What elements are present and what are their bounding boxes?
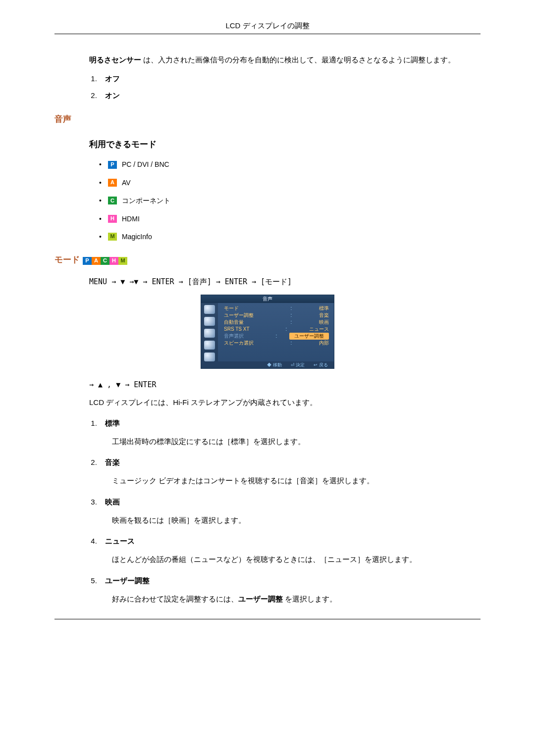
bullet-icon: • bbox=[99, 159, 103, 170]
badge-h-icon: H bbox=[109, 257, 118, 265]
bullet-icon: • bbox=[99, 177, 103, 188]
sensor-label: 明るさセンサー bbox=[89, 55, 141, 64]
bullet-icon: • bbox=[99, 195, 103, 206]
nav-sequence-1: MENU → ▼ →▼ → ENTER → [音声] → ENTER → [モー… bbox=[89, 276, 481, 288]
osd-row: 自動音量:映画 bbox=[222, 319, 331, 326]
mode-item: 標準工場出荷時の標準設定にするには［標準］を選択します。 bbox=[99, 417, 481, 448]
osd-row: スピーカ選択:内部 bbox=[222, 340, 331, 347]
mode-label: AV bbox=[122, 177, 131, 188]
section-audio-title: 音声 bbox=[54, 112, 481, 126]
mode-desc: 映画を観るには［映画］を選択します。 bbox=[112, 514, 481, 527]
osd-row-key: ユーザー調整 bbox=[224, 312, 264, 319]
mode-name: 映画 bbox=[105, 498, 120, 506]
osd-row-key: 音声選択 bbox=[224, 333, 264, 340]
osd-foot-move: ◆ 移動 bbox=[267, 361, 282, 368]
mode-name: 標準 bbox=[105, 419, 120, 427]
osd-menu: モード:標準ユーザー調整:音楽自動音量:映画SRS TS XT:ニュース音声選択… bbox=[218, 303, 334, 361]
mode-row: •HHDMI bbox=[99, 213, 481, 224]
page-title: LCD ディスプレイの調整 bbox=[54, 20, 481, 32]
osd-row-sep: : bbox=[284, 326, 289, 333]
badge-h-icon: H bbox=[108, 215, 117, 223]
osd-row-sep: : bbox=[289, 340, 294, 347]
osd-row-val: 内部 bbox=[319, 340, 329, 347]
osd-row: ユーザー調整:音楽 bbox=[222, 312, 331, 319]
osd-row-key: SRS TS XT bbox=[224, 326, 264, 333]
modes-list: 標準工場出荷時の標準設定にするには［標準］を選択します。音楽ミュージック ビデオ… bbox=[99, 417, 481, 605]
mode-item: ニュースほとんどが会話の番組（ニュースなど）を視聴するときには、［ニュース］を選… bbox=[99, 535, 481, 566]
badge-a-icon: A bbox=[92, 257, 101, 265]
mode-item: ユーザー調整好みに合わせて設定を調整するには、ユーザー調整 を選択します。 bbox=[99, 575, 481, 605]
mode-name: ユーザー調整 bbox=[105, 576, 150, 585]
mode-row: •MMagicInfo bbox=[99, 231, 481, 242]
sensor-options-list: オフ オン bbox=[99, 73, 481, 101]
osd-row-val: 音楽 bbox=[319, 312, 329, 319]
osd-row-val: ニュース bbox=[309, 326, 329, 333]
rule-top bbox=[54, 34, 481, 34]
mode-item: 音楽ミュージック ビデオまたはコンサートを視聴するには［音楽］を選択します。 bbox=[99, 456, 481, 487]
badge-c-icon: C bbox=[101, 257, 109, 265]
osd-row-key: スピーカ選択 bbox=[224, 340, 264, 347]
osd-row-sep: : bbox=[289, 319, 294, 326]
osd-foot-enter: ⏎ 決定 bbox=[291, 361, 305, 368]
mode-row: •PPC / DVI / BNC bbox=[99, 159, 481, 170]
osd-foot-return: ↩ 戻る bbox=[314, 361, 328, 368]
mode-label: HDMI bbox=[122, 213, 140, 224]
mode-desc: ほとんどが会話の番組（ニュースなど）を視聴するときには、［ニュース］を選択します… bbox=[112, 553, 481, 566]
bullet-icon: • bbox=[99, 213, 103, 224]
rule-bottom bbox=[54, 619, 481, 619]
mode-name: ニュース bbox=[105, 537, 135, 545]
osd-icon bbox=[204, 353, 215, 361]
badge-a-icon: A bbox=[108, 179, 117, 187]
mode-item: 映画映画を観るには［映画］を選択します。 bbox=[99, 496, 481, 527]
mode-name: 音楽 bbox=[105, 458, 120, 466]
sensor-option-1: オフ bbox=[99, 73, 481, 85]
osd-row-sep: : bbox=[289, 312, 294, 319]
section-mode-heading: モード PACHM bbox=[54, 253, 481, 266]
osd-side-icons bbox=[201, 303, 218, 361]
mode-lead: LCD ディスプレイには、Hi-Fi ステレオアンプが内蔵されています。 bbox=[89, 397, 481, 408]
osd-row-key: モード bbox=[224, 305, 264, 312]
osd-icon bbox=[204, 329, 215, 338]
mode-label: コンポーネント bbox=[122, 195, 170, 206]
badge-m-icon: M bbox=[118, 257, 127, 265]
osd-row-key: 自動音量 bbox=[224, 319, 264, 326]
osd-row-sep: : bbox=[289, 305, 294, 312]
osd-row: SRS TS XT:ニュース bbox=[222, 326, 331, 333]
osd-screenshot: 音声 モード:標準ユーザー調整:音楽自動音量:映画SRS TS XT:ニュース音… bbox=[54, 295, 481, 369]
badge-p-icon: P bbox=[108, 161, 117, 169]
mode-row: •Cコンポーネント bbox=[99, 195, 481, 206]
mode-desc: 好みに合わせて設定を調整するには、ユーザー調整 を選択します。 bbox=[112, 593, 481, 605]
available-modes-title: 利用できるモード bbox=[89, 138, 481, 151]
osd-footer: ◆ 移動 ⏎ 決定 ↩ 戻る bbox=[201, 361, 334, 368]
intro-paragraph: 明るさセンサー は、入力された画像信号の分布を自動的に検出して、最適な明るさとな… bbox=[89, 54, 481, 66]
nav-sequence-2: → ▲ , ▼ → ENTER bbox=[89, 379, 481, 391]
osd-row-val: 映画 bbox=[319, 319, 329, 326]
available-modes-list: •PPC / DVI / BNC•AAV•Cコンポーネント•HHDMI•MMag… bbox=[99, 159, 481, 242]
osd-icon bbox=[204, 305, 215, 314]
section-mode-title: モード bbox=[54, 253, 80, 266]
badge-p-icon: P bbox=[83, 257, 92, 265]
osd-row-val: ユーザー調整 bbox=[289, 333, 329, 340]
osd-row: モード:標準 bbox=[222, 305, 331, 312]
mode-desc: ミュージック ビデオまたはコンサートを視聴するには［音楽］を選択します。 bbox=[112, 474, 481, 487]
badge-m-icon: M bbox=[108, 233, 117, 241]
sensor-option-2: オン bbox=[99, 90, 481, 101]
osd-row-sep: : bbox=[274, 333, 279, 340]
osd-icon bbox=[204, 317, 215, 326]
badge-c-icon: C bbox=[108, 197, 117, 204]
badge-row: PACHM bbox=[83, 254, 127, 266]
mode-label: MagicInfo bbox=[122, 231, 152, 242]
osd-title: 音声 bbox=[201, 295, 334, 303]
mode-desc: 工場出荷時の標準設定にするには［標準］を選択します。 bbox=[112, 435, 481, 448]
osd-row: 音声選択:ユーザー調整 bbox=[222, 333, 331, 340]
mode-label: PC / DVI / BNC bbox=[122, 159, 169, 170]
bullet-icon: • bbox=[99, 231, 103, 242]
mode-row: •AAV bbox=[99, 177, 481, 188]
osd-icon bbox=[204, 341, 215, 350]
osd-row-val: 標準 bbox=[319, 305, 329, 312]
sensor-text: は、入力された画像信号の分布を自動的に検出して、最適な明るさとなるように調整しま… bbox=[141, 55, 455, 64]
